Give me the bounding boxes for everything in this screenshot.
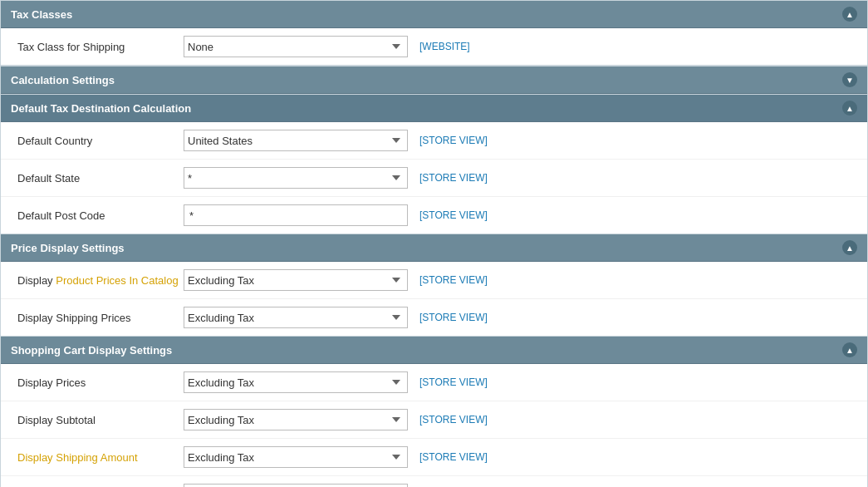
calculation-settings-collapse-btn[interactable]: ▼ xyxy=(842,72,857,87)
price-display-body: Display Product Prices In Catalog Exclud… xyxy=(1,262,867,336)
display-catalog-prices-select[interactable]: Excluding Tax Including Tax Including an… xyxy=(184,269,408,291)
shopping-cart-display-header: Shopping Cart Display Settings ▲ xyxy=(1,337,867,364)
display-catalog-prices-scope[interactable]: [STORE VIEW] xyxy=(419,274,488,286)
default-tax-destination-header: Default Tax Destination Calculation ▲ xyxy=(1,95,867,122)
default-country-scope[interactable]: [STORE VIEW] xyxy=(419,135,488,146)
default-postcode-input[interactable] xyxy=(184,204,408,226)
display-shipping-amount-select[interactable]: Excluding Tax Including Tax Including an… xyxy=(184,446,408,468)
default-country-row: Default Country United States [STORE VIE… xyxy=(1,122,867,160)
display-catalog-prices-label: Display Product Prices In Catalog xyxy=(17,274,184,287)
default-tax-destination-body: Default Country United States [STORE VIE… xyxy=(1,122,867,234)
display-shipping-amount-scope[interactable]: [STORE VIEW] xyxy=(419,451,488,463)
display-prices-control: Excluding Tax Including Tax Including an… xyxy=(184,371,408,393)
shopping-cart-display-collapse-btn[interactable]: ▲ xyxy=(842,342,857,357)
display-subtotal-row: Display Subtotal Excluding Tax Including… xyxy=(1,401,867,439)
tax-class-shipping-control: None xyxy=(184,36,408,57)
default-state-scope[interactable]: [STORE VIEW] xyxy=(419,172,488,184)
default-tax-destination-collapse-btn[interactable]: ▲ xyxy=(842,101,857,116)
default-postcode-label: Default Post Code xyxy=(17,209,184,222)
tax-class-shipping-select[interactable]: None xyxy=(184,36,408,57)
shipping-amount-highlight: Display Shipping Amount xyxy=(17,451,138,464)
display-subtotal-label: Display Subtotal xyxy=(17,414,184,426)
display-subtotal-scope[interactable]: [STORE VIEW] xyxy=(419,414,488,426)
default-country-control: United States xyxy=(184,130,408,151)
tax-classes-title: Tax Classes xyxy=(11,8,72,21)
tax-classes-collapse-btn[interactable]: ▲ xyxy=(842,7,857,22)
display-shipping-prices-scope[interactable]: [STORE VIEW] xyxy=(419,312,488,323)
default-postcode-control xyxy=(184,204,408,226)
display-subtotal-select[interactable]: Excluding Tax Including Tax Including an… xyxy=(184,409,408,430)
display-prices-label: Display Prices xyxy=(17,376,184,389)
tax-classes-body: Tax Class for Shipping None [WEBSITE] xyxy=(1,28,867,65)
display-prices-row: Display Prices Excluding Tax Including T… xyxy=(1,364,867,401)
tax-classes-header: Tax Classes ▲ xyxy=(1,1,867,28)
default-state-label: Default State xyxy=(17,172,184,184)
default-postcode-scope[interactable]: [STORE VIEW] xyxy=(419,209,488,221)
default-postcode-row: Default Post Code [STORE VIEW] xyxy=(1,197,867,234)
display-shipping-amount-control: Excluding Tax Including Tax Including an… xyxy=(184,446,408,468)
tax-class-shipping-label: Tax Class for Shipping xyxy=(17,41,184,53)
catalog-highlight: Product Prices In Catalog xyxy=(56,274,178,287)
display-shipping-amount-label: Display Shipping Amount xyxy=(17,451,184,464)
include-tax-grand-total-select[interactable]: No Yes xyxy=(184,484,408,487)
shopping-cart-display-title: Shopping Cart Display Settings xyxy=(11,344,172,357)
display-catalog-prices-control: Excluding Tax Including Tax Including an… xyxy=(184,269,408,291)
shopping-cart-display-section: Shopping Cart Display Settings ▲ Display… xyxy=(0,337,868,487)
display-shipping-prices-control: Excluding Tax Including Tax Including an… xyxy=(184,307,408,328)
default-tax-destination-section: Default Tax Destination Calculation ▲ De… xyxy=(0,95,868,234)
default-country-select[interactable]: United States xyxy=(184,130,408,151)
calculation-settings-header: Calculation Settings ▼ xyxy=(1,66,867,94)
display-shipping-prices-label: Display Shipping Prices xyxy=(17,312,184,324)
display-prices-select[interactable]: Excluding Tax Including Tax Including an… xyxy=(184,371,408,393)
display-prices-scope[interactable]: [STORE VIEW] xyxy=(419,376,488,388)
default-state-select[interactable]: * xyxy=(184,167,408,189)
price-display-header: Price Display Settings ▲ xyxy=(1,234,867,262)
price-display-section: Price Display Settings ▲ Display Product… xyxy=(0,234,868,337)
calculation-settings-section: Calculation Settings ▼ xyxy=(0,66,868,95)
default-tax-destination-title: Default Tax Destination Calculation xyxy=(11,102,191,115)
display-shipping-prices-select[interactable]: Excluding Tax Including Tax Including an… xyxy=(184,307,408,328)
include-tax-grand-total-control: No Yes xyxy=(184,484,408,487)
default-country-label: Default Country xyxy=(17,135,184,147)
calculation-settings-title: Calculation Settings xyxy=(11,74,115,86)
tax-classes-section: Tax Classes ▲ Tax Class for Shipping Non… xyxy=(0,0,868,66)
price-display-title: Price Display Settings xyxy=(11,242,125,254)
default-state-row: Default State * [STORE VIEW] xyxy=(1,160,867,197)
default-state-control: * xyxy=(184,167,408,189)
include-tax-grand-total-row: Include Tax In Grand Total No Yes [STORE… xyxy=(1,476,867,487)
shopping-cart-display-body: Display Prices Excluding Tax Including T… xyxy=(1,364,867,487)
display-catalog-prices-row: Display Product Prices In Catalog Exclud… xyxy=(1,262,867,299)
display-subtotal-control: Excluding Tax Including Tax Including an… xyxy=(184,409,408,430)
tax-class-shipping-row: Tax Class for Shipping None [WEBSITE] xyxy=(1,28,867,65)
tax-class-shipping-scope[interactable]: [WEBSITE] xyxy=(419,41,470,52)
display-shipping-prices-row: Display Shipping Prices Excluding Tax In… xyxy=(1,299,867,336)
price-display-collapse-btn[interactable]: ▲ xyxy=(842,240,857,255)
display-shipping-amount-row: Display Shipping Amount Excluding Tax In… xyxy=(1,439,867,476)
